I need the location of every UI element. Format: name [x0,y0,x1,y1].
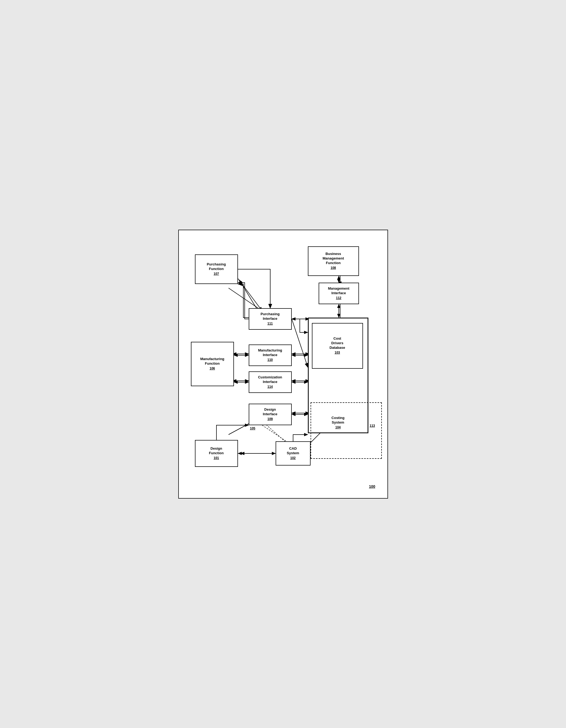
purchasing-interface-box: PurchasingInterface 111 [249,308,292,330]
page: PurchasingFunction 107 BusinessManagemen… [178,230,388,499]
cad-system-box: CADSystem 102 [276,441,311,466]
manufacturing-function-ref: 106 [209,367,215,371]
design-interface-ref: 109 [267,417,273,421]
cad-system-label: CADSystem [287,446,299,456]
purchasing-function-ref: 107 [213,272,219,276]
cad-system-ref: 102 [290,456,296,460]
design-interface-label: DesignInterface [263,407,277,417]
customization-interface-box: CustomizationInterface 114 [249,371,292,393]
ref-100-label: 100 [369,484,375,489]
management-interface-ref: 112 [336,296,341,300]
manufacturing-interface-label: ManufacturingInterface [258,348,282,357]
manufacturing-function-box: ManufacturingFunction 106 [191,342,234,386]
ref-105-label: 105 [250,427,255,430]
purchasing-function-label: PurchasingFunction [207,262,226,271]
svg-line-32 [262,425,286,441]
management-interface-label: ManagementInterface [328,286,349,296]
cost-drivers-db-ref: 103 [334,351,340,355]
purchasing-interface-label: PurchasingInterface [261,312,280,321]
customization-interface-label: CustomizationInterface [258,375,282,384]
cost-drivers-db-box: CostDriversDatabase 103 [312,323,363,369]
design-function-label: DesignFunction [209,446,224,456]
diagram-area: PurchasingFunction 107 BusinessManagemen… [187,238,379,490]
svg-line-5 [238,279,262,311]
customization-interface-ref: 114 [267,385,273,389]
cost-drivers-db-label: CostDriversDatabase [330,336,345,350]
manufacturing-interface-ref: 110 [267,358,273,362]
ref-113-label: 113 [370,424,375,428]
manufacturing-function-label: ManufacturingFunction [200,357,225,366]
svg-line-4 [229,288,262,311]
business-mgmt-label: BusinessManagementFunction [323,252,344,265]
design-function-ref: 101 [213,456,219,460]
management-interface-box: ManagementInterface 112 [319,283,359,304]
design-interface-box: DesignInterface 109 [249,404,292,425]
manufacturing-interface-box: ManufacturingInterface 110 [249,345,292,366]
business-mgmt-box: BusinessManagementFunction 108 [308,246,359,276]
business-mgmt-ref: 108 [330,266,336,270]
svg-line-21 [292,319,308,367]
dashed-reference-box [311,402,382,459]
purchasing-function-box: PurchasingFunction 107 [195,254,238,284]
purchasing-interface-ref: 111 [267,322,273,326]
design-function-box: DesignFunction 101 [195,440,238,467]
